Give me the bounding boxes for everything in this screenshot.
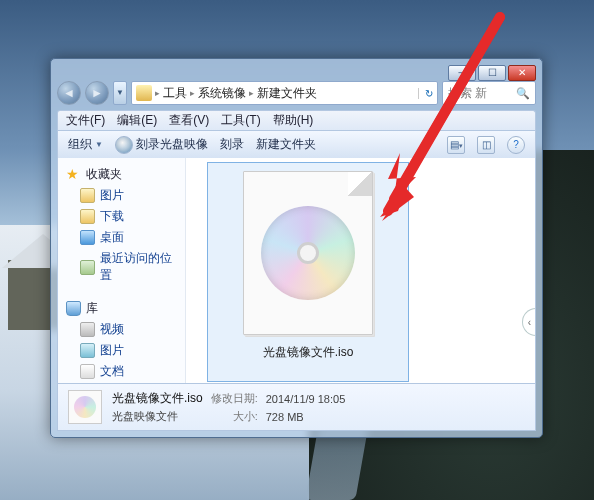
breadcrumb-segment[interactable]: 工具 bbox=[163, 85, 187, 102]
navigation-pane: ★ 收藏夹 图片 下载 桌面 最近访问的位置 库 视频 图片 文档 迅雷下载 音… bbox=[58, 158, 186, 383]
details-thumbnail bbox=[68, 390, 102, 424]
disc-icon bbox=[261, 206, 355, 300]
refresh-button[interactable]: ↻ bbox=[418, 88, 433, 99]
history-dropdown[interactable]: ▼ bbox=[113, 81, 127, 105]
details-size-label: 大小: bbox=[211, 409, 258, 424]
library-icon bbox=[66, 301, 81, 316]
sidebar-item-desktop[interactable]: 桌面 bbox=[62, 227, 181, 248]
details-filename: 光盘镜像文件.iso bbox=[112, 390, 203, 407]
chevron-right-icon: ▸ bbox=[155, 88, 160, 98]
burn-button[interactable]: 刻录 bbox=[220, 136, 244, 153]
breadcrumb-segment[interactable]: 系统镜像 bbox=[198, 85, 246, 102]
folder-icon bbox=[136, 85, 152, 101]
documents-icon bbox=[80, 364, 95, 379]
libraries-header[interactable]: 库 bbox=[62, 298, 181, 319]
chevron-right-icon: ▸ bbox=[190, 88, 195, 98]
menu-edit[interactable]: 编辑(E) bbox=[117, 112, 157, 129]
expand-handle[interactable]: ‹ bbox=[522, 308, 536, 336]
preview-pane-button[interactable]: ◫ bbox=[477, 136, 495, 154]
folder-icon bbox=[80, 209, 95, 224]
close-button[interactable]: ✕ bbox=[508, 65, 536, 81]
menu-view[interactable]: 查看(V) bbox=[169, 112, 209, 129]
search-input[interactable]: 搜索 新 🔍 bbox=[442, 81, 536, 105]
menu-file[interactable]: 文件(F) bbox=[66, 112, 105, 129]
toolbar: 组织▼ 刻录光盘映像 刻录 新建文件夹 ▤▾ ◫ ? bbox=[57, 130, 536, 158]
disc-icon bbox=[115, 136, 133, 154]
desktop-icon bbox=[80, 230, 95, 245]
sidebar-item-pictures-lib[interactable]: 图片 bbox=[62, 340, 181, 361]
file-list-pane[interactable]: 光盘镜像文件.iso ‹ bbox=[186, 158, 535, 383]
burn-image-button[interactable]: 刻录光盘映像 bbox=[115, 136, 208, 154]
file-name-label: 光盘镜像文件.iso bbox=[263, 344, 354, 361]
address-bar[interactable]: ▸ 工具 ▸ 系统镜像 ▸ 新建文件夹 ↻ bbox=[131, 81, 438, 105]
sidebar-item-downloads[interactable]: 下载 bbox=[62, 206, 181, 227]
sidebar-item-recent[interactable]: 最近访问的位置 bbox=[62, 248, 181, 286]
search-placeholder: 搜索 新 bbox=[448, 85, 487, 102]
help-button[interactable]: ? bbox=[507, 136, 525, 154]
sidebar-item-videos[interactable]: 视频 bbox=[62, 319, 181, 340]
details-modified-label: 修改日期: bbox=[211, 391, 258, 406]
organize-button[interactable]: 组织▼ bbox=[68, 136, 103, 153]
sidebar-item-pictures[interactable]: 图片 bbox=[62, 185, 181, 206]
explorer-window: ─ ☐ ✕ ◄ ► ▼ ▸ 工具 ▸ 系统镜像 ▸ 新建文件夹 ↻ 搜索 新 🔍… bbox=[50, 58, 543, 438]
back-button[interactable]: ◄ bbox=[57, 81, 81, 105]
navigation-bar: ◄ ► ▼ ▸ 工具 ▸ 系统镜像 ▸ 新建文件夹 ↻ 搜索 新 🔍 bbox=[57, 81, 536, 107]
video-icon bbox=[80, 322, 95, 337]
details-modified-value: 2014/11/9 18:05 bbox=[266, 393, 346, 405]
sidebar-item-thunder[interactable]: 迅雷下载 bbox=[62, 382, 181, 383]
iso-file-icon bbox=[243, 171, 373, 335]
star-icon: ★ bbox=[66, 167, 81, 182]
file-item-selected[interactable]: 光盘镜像文件.iso bbox=[207, 162, 409, 382]
minimize-button[interactable]: ─ bbox=[448, 65, 476, 81]
favorites-header[interactable]: ★ 收藏夹 bbox=[62, 164, 181, 185]
menu-help[interactable]: 帮助(H) bbox=[273, 112, 314, 129]
menu-tools[interactable]: 工具(T) bbox=[221, 112, 260, 129]
view-options-button[interactable]: ▤▾ bbox=[447, 136, 465, 154]
disc-icon bbox=[74, 396, 96, 418]
pictures-icon bbox=[80, 343, 95, 358]
details-pane: 光盘镜像文件.iso 修改日期: 2014/11/9 18:05 光盘映像文件 … bbox=[57, 384, 536, 431]
new-folder-button[interactable]: 新建文件夹 bbox=[256, 136, 316, 153]
window-body: ★ 收藏夹 图片 下载 桌面 最近访问的位置 库 视频 图片 文档 迅雷下载 音… bbox=[57, 158, 536, 384]
forward-button[interactable]: ► bbox=[85, 81, 109, 105]
maximize-button[interactable]: ☐ bbox=[478, 65, 506, 81]
details-size-value: 728 MB bbox=[266, 411, 346, 423]
breadcrumb-segment[interactable]: 新建文件夹 bbox=[257, 85, 317, 102]
sidebar-item-documents[interactable]: 文档 bbox=[62, 361, 181, 382]
menu-bar: 文件(F) 编辑(E) 查看(V) 工具(T) 帮助(H) bbox=[57, 110, 536, 130]
window-titlebar: ─ ☐ ✕ bbox=[57, 65, 536, 81]
search-icon: 🔍 bbox=[516, 87, 530, 100]
recent-icon bbox=[80, 260, 95, 275]
chevron-right-icon: ▸ bbox=[249, 88, 254, 98]
folder-icon bbox=[80, 188, 95, 203]
details-filetype: 光盘映像文件 bbox=[112, 409, 203, 424]
